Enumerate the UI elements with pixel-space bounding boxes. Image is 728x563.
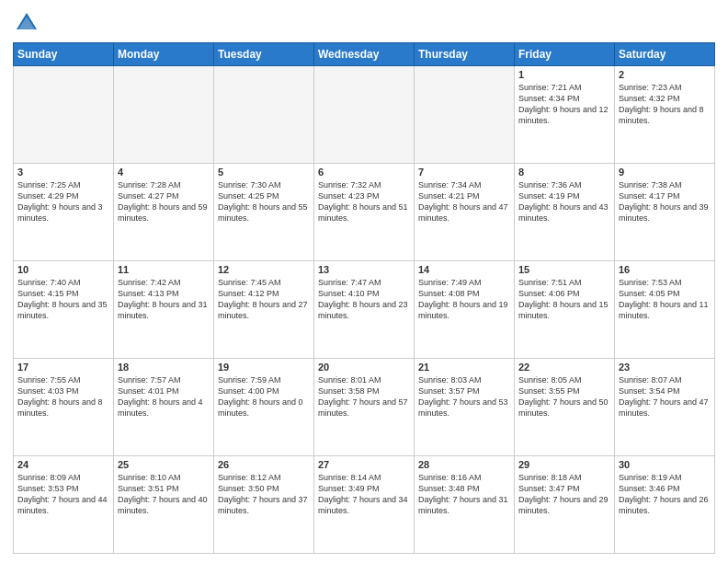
day-number: 30 (619, 459, 711, 470)
day-number: 8 (518, 167, 610, 178)
day-cell: 24Sunrise: 8:09 AM Sunset: 3:53 PM Dayli… (14, 456, 114, 554)
day-cell: 8Sunrise: 7:36 AM Sunset: 4:19 PM Daylig… (515, 164, 615, 261)
day-info: Sunrise: 7:49 AM Sunset: 4:08 PM Dayligh… (418, 277, 510, 322)
day-header-thursday: Thursday (415, 43, 515, 66)
day-info: Sunrise: 8:10 AM Sunset: 3:51 PM Dayligh… (118, 472, 210, 517)
day-number: 10 (17, 264, 109, 275)
day-number: 13 (318, 264, 410, 275)
week-row-3: 10Sunrise: 7:40 AM Sunset: 4:15 PM Dayli… (14, 261, 715, 359)
day-info: Sunrise: 8:18 AM Sunset: 3:47 PM Dayligh… (518, 472, 610, 517)
day-number: 29 (518, 459, 610, 470)
day-info: Sunrise: 8:14 AM Sunset: 3:49 PM Dayligh… (318, 472, 410, 517)
day-info: Sunrise: 7:32 AM Sunset: 4:23 PM Dayligh… (318, 179, 410, 224)
day-header-wednesday: Wednesday (314, 43, 415, 66)
day-number: 19 (218, 362, 310, 373)
day-cell: 13Sunrise: 7:47 AM Sunset: 4:10 PM Dayli… (314, 261, 415, 359)
day-info: Sunrise: 7:36 AM Sunset: 4:19 PM Dayligh… (518, 179, 610, 224)
logo-icon (13, 9, 40, 37)
day-info: Sunrise: 7:57 AM Sunset: 4:01 PM Dayligh… (118, 374, 210, 419)
day-number: 21 (418, 362, 510, 373)
day-cell: 4Sunrise: 7:28 AM Sunset: 4:27 PM Daylig… (114, 164, 214, 261)
week-row-1: 1Sunrise: 7:21 AM Sunset: 4:34 PM Daylig… (14, 66, 715, 164)
day-cell: 22Sunrise: 8:05 AM Sunset: 3:55 PM Dayli… (515, 359, 615, 456)
day-info: Sunrise: 7:42 AM Sunset: 4:13 PM Dayligh… (118, 277, 210, 322)
day-number: 5 (218, 167, 310, 178)
day-info: Sunrise: 7:38 AM Sunset: 4:17 PM Dayligh… (619, 179, 711, 224)
day-cell (14, 66, 114, 164)
day-cell: 30Sunrise: 8:19 AM Sunset: 3:46 PM Dayli… (615, 456, 715, 554)
day-info: Sunrise: 7:45 AM Sunset: 4:12 PM Dayligh… (218, 277, 310, 322)
day-cell: 17Sunrise: 7:55 AM Sunset: 4:03 PM Dayli… (14, 359, 114, 456)
day-header-sunday: Sunday (14, 43, 114, 66)
day-info: Sunrise: 8:05 AM Sunset: 3:55 PM Dayligh… (518, 374, 610, 419)
day-cell: 14Sunrise: 7:49 AM Sunset: 4:08 PM Dayli… (415, 261, 515, 359)
day-info: Sunrise: 7:34 AM Sunset: 4:21 PM Dayligh… (418, 179, 510, 224)
day-cell: 5Sunrise: 7:30 AM Sunset: 4:25 PM Daylig… (214, 164, 314, 261)
day-number: 6 (318, 167, 410, 178)
day-info: Sunrise: 8:19 AM Sunset: 3:46 PM Dayligh… (619, 472, 711, 517)
day-info: Sunrise: 7:53 AM Sunset: 4:05 PM Dayligh… (619, 277, 711, 322)
day-number: 1 (518, 69, 610, 80)
day-info: Sunrise: 7:51 AM Sunset: 4:06 PM Dayligh… (518, 277, 610, 322)
day-number: 7 (418, 167, 510, 178)
calendar-header-row: SundayMondayTuesdayWednesdayThursdayFrid… (14, 43, 715, 66)
day-number: 16 (619, 264, 711, 275)
logo (13, 9, 44, 37)
day-cell: 21Sunrise: 8:03 AM Sunset: 3:57 PM Dayli… (415, 359, 515, 456)
day-number: 20 (318, 362, 410, 373)
week-row-4: 17Sunrise: 7:55 AM Sunset: 4:03 PM Dayli… (14, 359, 715, 456)
day-cell: 28Sunrise: 8:16 AM Sunset: 3:48 PM Dayli… (415, 456, 515, 554)
day-number: 26 (218, 459, 310, 470)
day-cell: 7Sunrise: 7:34 AM Sunset: 4:21 PM Daylig… (415, 164, 515, 261)
day-number: 12 (218, 264, 310, 275)
week-row-5: 24Sunrise: 8:09 AM Sunset: 3:53 PM Dayli… (14, 456, 715, 554)
day-info: Sunrise: 8:09 AM Sunset: 3:53 PM Dayligh… (17, 472, 109, 517)
day-info: Sunrise: 7:40 AM Sunset: 4:15 PM Dayligh… (17, 277, 109, 322)
day-number: 18 (118, 362, 210, 373)
day-cell: 20Sunrise: 8:01 AM Sunset: 3:58 PM Dayli… (314, 359, 415, 456)
day-number: 27 (318, 459, 410, 470)
day-cell: 23Sunrise: 8:07 AM Sunset: 3:54 PM Dayli… (615, 359, 715, 456)
day-info: Sunrise: 8:16 AM Sunset: 3:48 PM Dayligh… (418, 472, 510, 517)
day-info: Sunrise: 7:47 AM Sunset: 4:10 PM Dayligh… (318, 277, 410, 322)
page: SundayMondayTuesdayWednesdayThursdayFrid… (0, 0, 728, 563)
day-number: 23 (619, 362, 711, 373)
day-cell (114, 66, 214, 164)
day-number: 25 (118, 459, 210, 470)
day-cell: 29Sunrise: 8:18 AM Sunset: 3:47 PM Dayli… (515, 456, 615, 554)
day-number: 3 (17, 167, 109, 178)
day-cell: 2Sunrise: 7:23 AM Sunset: 4:32 PM Daylig… (615, 66, 715, 164)
day-header-tuesday: Tuesday (214, 43, 314, 66)
day-info: Sunrise: 7:25 AM Sunset: 4:29 PM Dayligh… (17, 179, 109, 224)
day-number: 2 (619, 69, 711, 80)
day-info: Sunrise: 8:01 AM Sunset: 3:58 PM Dayligh… (318, 374, 410, 419)
day-cell (214, 66, 314, 164)
day-number: 15 (518, 264, 610, 275)
day-cell: 11Sunrise: 7:42 AM Sunset: 4:13 PM Dayli… (114, 261, 214, 359)
week-row-2: 3Sunrise: 7:25 AM Sunset: 4:29 PM Daylig… (14, 164, 715, 261)
day-number: 11 (118, 264, 210, 275)
day-number: 9 (619, 167, 711, 178)
day-number: 14 (418, 264, 510, 275)
day-info: Sunrise: 8:03 AM Sunset: 3:57 PM Dayligh… (418, 374, 510, 419)
day-cell: 16Sunrise: 7:53 AM Sunset: 4:05 PM Dayli… (615, 261, 715, 359)
day-cell: 12Sunrise: 7:45 AM Sunset: 4:12 PM Dayli… (214, 261, 314, 359)
day-info: Sunrise: 7:21 AM Sunset: 4:34 PM Dayligh… (518, 82, 610, 127)
day-info: Sunrise: 7:30 AM Sunset: 4:25 PM Dayligh… (218, 179, 310, 224)
day-cell: 10Sunrise: 7:40 AM Sunset: 4:15 PM Dayli… (14, 261, 114, 359)
day-cell: 25Sunrise: 8:10 AM Sunset: 3:51 PM Dayli… (114, 456, 214, 554)
day-cell: 27Sunrise: 8:14 AM Sunset: 3:49 PM Dayli… (314, 456, 415, 554)
day-info: Sunrise: 7:28 AM Sunset: 4:27 PM Dayligh… (118, 179, 210, 224)
day-cell: 6Sunrise: 7:32 AM Sunset: 4:23 PM Daylig… (314, 164, 415, 261)
day-header-friday: Friday (515, 43, 615, 66)
day-info: Sunrise: 8:07 AM Sunset: 3:54 PM Dayligh… (619, 374, 711, 419)
day-number: 24 (17, 459, 109, 470)
day-header-saturday: Saturday (615, 43, 715, 66)
day-number: 22 (518, 362, 610, 373)
day-cell: 26Sunrise: 8:12 AM Sunset: 3:50 PM Dayli… (214, 456, 314, 554)
day-cell: 19Sunrise: 7:59 AM Sunset: 4:00 PM Dayli… (214, 359, 314, 456)
day-cell: 18Sunrise: 7:57 AM Sunset: 4:01 PM Dayli… (114, 359, 214, 456)
day-number: 17 (17, 362, 109, 373)
day-info: Sunrise: 8:12 AM Sunset: 3:50 PM Dayligh… (218, 472, 310, 517)
day-number: 4 (118, 167, 210, 178)
